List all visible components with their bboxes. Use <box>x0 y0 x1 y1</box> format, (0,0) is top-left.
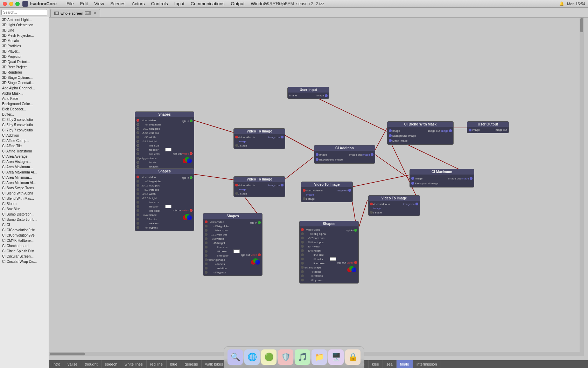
btab-speech[interactable]: speech <box>102 360 121 368</box>
sidebar-item-42[interactable]: CI CMYK Halftone... <box>0 238 49 243</box>
sidebar-item-41[interactable]: CI CIConvolution9Ve <box>0 233 49 238</box>
sidebar-item-9[interactable]: 3D Rect Project... <box>0 64 49 70</box>
tab-label: whole screen <box>61 11 83 15</box>
sidebar-item-38[interactable]: CI Bump Distortion b... <box>0 217 49 222</box>
sidebar-item-37[interactable]: CI Bump Distortion... <box>0 212 49 217</box>
vti-node-4[interactable]: Video To Image videovideo inimage out im… <box>368 195 420 216</box>
dock-finder[interactable]: 🔍 <box>227 349 243 365</box>
sidebar-item-20[interactable]: CI 5 by 5 convolutio <box>0 122 49 128</box>
sidebar-item-24[interactable]: CI Affine Tile <box>0 143 49 149</box>
sidebar-item-33[interactable]: CI Blend With Alpha <box>0 191 49 196</box>
btab-sea[interactable]: sea <box>383 360 397 368</box>
sidebar-item-27[interactable]: CI Area Histogra... <box>0 159 49 164</box>
sidebar-item-15[interactable]: Auto Fade <box>0 96 49 101</box>
dock-finder2[interactable]: 📁 <box>312 349 327 365</box>
btab-finale[interactable]: finale <box>397 360 413 368</box>
menu-controls[interactable]: Controls <box>148 0 170 7</box>
sidebar-item-19[interactable]: CI 3 by 3 convolutio <box>0 117 49 122</box>
btab-valise[interactable]: valise <box>64 360 81 368</box>
ci-addition-node[interactable]: CI Addition Image image outimage Backgro… <box>314 145 375 164</box>
node-canvas[interactable]: Shapes video video offbkg alpha -38.7hor… <box>49 18 584 356</box>
sidebar-item-10[interactable]: 3D Renderer <box>0 70 49 75</box>
menu-edit[interactable]: Edit <box>77 0 91 7</box>
sidebar-item-5[interactable]: 3D Particles <box>0 43 49 49</box>
ci-blend-mask-node[interactable]: CI Blend With Mask Image image outimage … <box>387 121 454 145</box>
menu-actors[interactable]: Actors <box>129 0 148 7</box>
dock-app4[interactable]: 🖥️ <box>328 349 344 365</box>
ci-maximum-node[interactable]: CI Maximum Image image outimage Backgrou… <box>410 169 474 188</box>
btab-intro[interactable]: Intro <box>49 360 64 368</box>
menu-view[interactable]: View <box>91 0 107 7</box>
sidebar-item-31[interactable]: CI Area Minimum Al... <box>0 180 49 185</box>
menu-file[interactable]: File <box>64 0 77 7</box>
port-image-out-ui <box>325 94 328 97</box>
sidebar-item-32[interactable]: CI Bars Swipe Trans <box>0 185 49 191</box>
sidebar-item-23[interactable]: CI Affine Clamp... <box>0 138 49 143</box>
sidebar-item-43[interactable]: CI Checkerboard... <box>0 243 49 248</box>
btab-thought[interactable]: thought <box>81 360 102 368</box>
maximize-button[interactable] <box>15 2 20 6</box>
vti-node-1[interactable]: Video To Image videovideo inimage out im… <box>233 128 285 149</box>
btab-white-lines[interactable]: white lines <box>121 360 146 368</box>
sidebar-item-26[interactable]: CI Area Average... <box>0 154 49 159</box>
sidebar-item-16[interactable]: Background Color... <box>0 101 49 107</box>
sidebar-item-11[interactable]: 3D Stage Options... <box>0 75 49 80</box>
shapes-node-2[interactable]: Shapes videovideo offbkg alpha -35.17hor… <box>135 168 194 231</box>
sidebar-item-40[interactable]: CI CIConvolution9Hc <box>0 227 49 233</box>
close-button[interactable] <box>3 2 7 6</box>
menu-scenes[interactable]: Scenes <box>107 0 128 7</box>
dock-app3[interactable]: 🛡️ <box>278 349 293 365</box>
sidebar-item-2[interactable]: 3D Line <box>0 28 49 33</box>
dock-app5[interactable]: 🔒 <box>345 349 360 365</box>
shapes-node-1[interactable]: Shapes video video offbkg alpha -38.7hor… <box>135 111 194 174</box>
dock-itunes[interactable]: 🎵 <box>295 349 310 365</box>
sidebar-item-4[interactable]: 3D Mosaic <box>0 38 49 43</box>
shapes-node-3[interactable]: Shapes videovideo offbkg alpha 0horz pos… <box>203 213 262 276</box>
minimize-button[interactable] <box>9 2 13 6</box>
sidebar-item-1[interactable]: 3D Light Orientation <box>0 22 49 28</box>
vti-node-3[interactable]: Video To Image videovideo inimage out im… <box>301 182 353 202</box>
sidebar-item-39[interactable]: CI CI <box>0 222 49 227</box>
btab-red-line[interactable]: red line <box>147 360 167 368</box>
v-scrollbar[interactable] <box>580 18 584 356</box>
sidebar-item-30[interactable]: CI Area Minimum... <box>0 175 49 180</box>
sidebar-item-35[interactable]: CI Bloom <box>0 201 49 206</box>
menu-comm[interactable]: Communications <box>188 0 227 7</box>
sidebar-item-28[interactable]: CI Area Maximum... <box>0 164 49 170</box>
btab-blue[interactable]: blue <box>167 360 181 368</box>
user-output-node[interactable]: User Output image image out <box>467 121 509 133</box>
sidebar-item-8[interactable]: 3D Quad Distort... <box>0 59 49 64</box>
sidebar-item-14[interactable]: Alpha Mask... <box>0 91 49 96</box>
tab-close-button[interactable]: ✕ <box>93 11 96 15</box>
btab-genesis[interactable]: genesis <box>181 360 202 368</box>
search-input[interactable] <box>1 9 47 15</box>
sidebar-item-18[interactable]: Buffer... <box>0 112 49 117</box>
sidebar-item-12[interactable]: 3D Stage Orientati... <box>0 80 49 86</box>
sidebar-item-34[interactable]: CI Blend With Mas... <box>0 196 49 201</box>
btab-klee[interactable]: klee <box>369 360 383 368</box>
sidebar-item-21[interactable]: CI 7 by 7 convolutio <box>0 128 49 133</box>
sidebar-item-36[interactable]: CI Box Blur <box>0 206 49 212</box>
sidebar-item-0[interactable]: 3D Ambient Light... <box>0 17 49 22</box>
vti-node-2[interactable]: Video To Image videovideo inimage out im… <box>233 176 285 197</box>
sidebar-item-7[interactable]: 3D Projector <box>0 54 49 59</box>
sidebar-item-25[interactable]: CI Affine Transform <box>0 149 49 154</box>
tab-whole-screen[interactable]: ▦ whole screen I/O÷ ✕ <box>50 9 100 17</box>
sidebar-item-6[interactable]: 3D Player... <box>0 49 49 54</box>
btab-walk-bikes[interactable]: walk bikes <box>202 360 227 368</box>
dock-chrome[interactable]: 🟢 <box>261 349 276 365</box>
sidebar-item-44[interactable]: CI Circle Splash Dist <box>0 248 49 254</box>
sidebar-item-17[interactable]: Blob Decoder... <box>0 107 49 112</box>
sidebar-item-3[interactable]: 3D Mesh Projector... <box>0 33 49 38</box>
sidebar-item-13[interactable]: Add Alpha Channel... <box>0 86 49 91</box>
shapes-node-4[interactable]: Shapes videovideo onbkg alpha -0.7horz p… <box>299 221 359 284</box>
sidebar-item-45[interactable]: CI Circular Screen... <box>0 254 49 259</box>
sidebar-item-46[interactable]: CI Circular Wrap Dis... <box>0 259 49 264</box>
dock-safari[interactable]: 🌐 <box>244 349 260 365</box>
user-input-node[interactable]: User Input Image image <box>287 87 329 99</box>
menu-output[interactable]: Output <box>228 0 247 7</box>
sidebar-item-22[interactable]: CI Addition <box>0 133 49 138</box>
btab-intermission[interactable]: intermission <box>413 360 441 368</box>
sidebar-item-29[interactable]: CI Area Maximum Al... <box>0 170 49 175</box>
menu-input[interactable]: Input <box>172 0 187 7</box>
